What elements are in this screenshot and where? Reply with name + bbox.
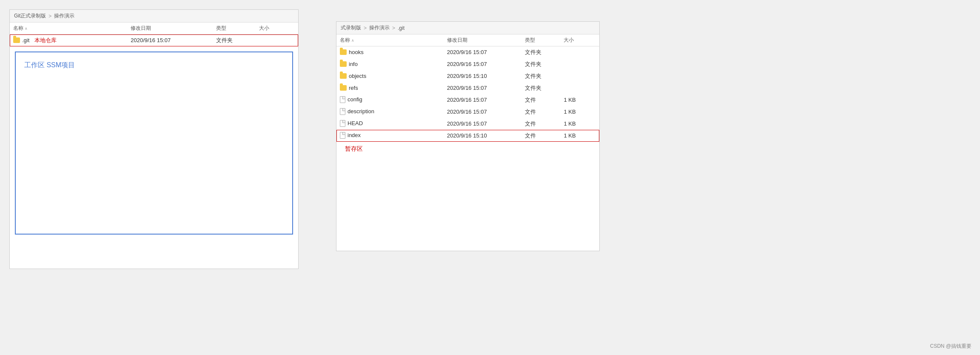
right-col-header-size[interactable]: 大小 <box>560 34 599 46</box>
table-row[interactable]: objects2020/9/16 15:10文件夹 <box>336 70 599 82</box>
folder-icon <box>340 49 347 55</box>
cell-size: 1 KB <box>560 118 599 130</box>
right-window-titlebar: 式录制版 > 操作演示 > .git <box>336 22 599 34</box>
workspace-box: 工作区 SSM项目 <box>15 52 293 235</box>
cell-name: index <box>336 130 444 142</box>
cell-size: 1 KB <box>560 94 599 106</box>
file-icon <box>340 120 345 127</box>
folder-icon <box>340 61 347 67</box>
workspace-label: 工作区 SSM项目 <box>24 61 75 70</box>
cell-size <box>560 58 599 70</box>
table-row[interactable]: index2020/9/16 15:10文件1 KB <box>336 130 599 142</box>
left-file-table: 名称 修改日期 类型 大小 .git本地仓库2020/9/16 15:07文件夹 <box>10 23 298 46</box>
table-row[interactable]: config2020/9/16 15:07文件1 KB <box>336 94 599 106</box>
table-row[interactable]: refs2020/9/16 15:07文件夹 <box>336 82 599 94</box>
table-row[interactable]: hooks2020/9/16 15:07文件夹 <box>336 46 599 58</box>
cell-type: 文件 <box>521 106 561 118</box>
left-window: Git正式录制版 > 操作演示 名称 修改日期 类型 大小 .git本地仓库20… <box>9 9 299 269</box>
right-title-part1: 式录制版 <box>341 24 361 31</box>
cell-size: 1 KB <box>560 106 599 118</box>
left-window-titlebar: Git正式录制版 > 操作演示 <box>10 10 298 23</box>
table-row[interactable]: HEAD2020/9/16 15:07文件1 KB <box>336 118 599 130</box>
left-title-part1: Git正式录制版 <box>14 12 46 20</box>
cell-name: .git本地仓库 <box>10 34 127 46</box>
right-col-header-type[interactable]: 类型 <box>521 34 561 46</box>
cell-size <box>560 82 599 94</box>
cell-type: 文件 <box>521 130 561 142</box>
table-row[interactable]: .git本地仓库2020/9/16 15:07文件夹 <box>10 34 298 46</box>
cell-name: hooks <box>336 46 444 58</box>
right-sep2: > <box>392 25 395 31</box>
file-icon <box>340 132 345 139</box>
cell-name: HEAD <box>336 118 444 130</box>
cell-name: refs <box>336 82 444 94</box>
repo-label: 本地仓库 <box>34 37 57 43</box>
col-header-size[interactable]: 大小 <box>256 23 298 34</box>
cell-type: 文件夹 <box>521 46 561 58</box>
right-title-part2: 操作演示 <box>369 24 390 31</box>
watermark: CSDN @搞钱重要 <box>930 343 971 350</box>
col-header-name[interactable]: 名称 <box>10 23 127 34</box>
cell-date: 2020/9/16 15:07 <box>444 46 521 58</box>
cell-size <box>560 70 599 82</box>
right-file-table: 名称 修改日期 类型 大小 hooks2020/9/16 15:07文件夹inf… <box>336 34 599 142</box>
cell-type: 文件夹 <box>521 58 561 70</box>
cell-name: info <box>336 58 444 70</box>
cell-date: 2020/9/16 15:10 <box>444 130 521 142</box>
cell-date: 2020/9/16 15:07 <box>444 106 521 118</box>
cell-type: 文件 <box>521 118 561 130</box>
table-row[interactable]: info2020/9/16 15:07文件夹 <box>336 58 599 70</box>
cell-type: 文件夹 <box>521 82 561 94</box>
right-title-part3: .git <box>398 25 405 31</box>
cell-type: 文件夹 <box>521 70 561 82</box>
cell-date: 2020/9/16 15:10 <box>444 70 521 82</box>
left-sep1: > <box>48 13 51 19</box>
cell-name: objects <box>336 70 444 82</box>
col-header-date[interactable]: 修改日期 <box>127 23 213 34</box>
folder-icon <box>340 85 347 91</box>
left-title-part2: 操作演示 <box>54 12 74 20</box>
cell-date: 2020/9/16 15:07 <box>444 94 521 106</box>
right-window: 式录制版 > 操作演示 > .git 名称 修改日期 类型 大小 hooks20… <box>336 21 600 251</box>
col-header-type[interactable]: 类型 <box>213 23 255 34</box>
cell-date: 2020/9/16 15:07 <box>444 58 521 70</box>
table-row[interactable]: description2020/9/16 15:07文件1 KB <box>336 106 599 118</box>
right-sep1: > <box>364 25 367 31</box>
right-col-header-date[interactable]: 修改日期 <box>444 34 521 46</box>
cell-name: config <box>336 94 444 106</box>
cell-date: 2020/9/16 15:07 <box>127 34 213 46</box>
cell-type: 文件夹 <box>213 34 255 46</box>
cell-size: 1 KB <box>560 130 599 142</box>
cell-type: 文件 <box>521 94 561 106</box>
right-col-header-name[interactable]: 名称 <box>336 34 444 46</box>
folder-icon <box>13 37 20 43</box>
staging-label: 暂存区 <box>336 142 599 156</box>
cell-name: description <box>336 106 444 118</box>
file-icon <box>340 108 345 115</box>
folder-icon <box>340 73 347 79</box>
cell-size <box>560 46 599 58</box>
cell-size <box>256 34 298 46</box>
cell-date: 2020/9/16 15:07 <box>444 82 521 94</box>
cell-date: 2020/9/16 15:07 <box>444 118 521 130</box>
file-icon <box>340 96 345 103</box>
